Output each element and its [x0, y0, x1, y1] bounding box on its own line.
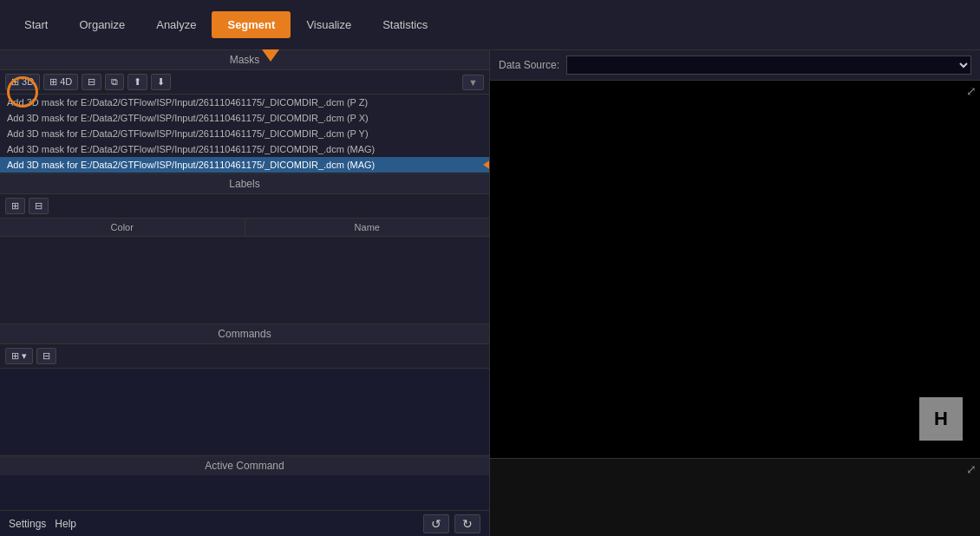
labels-toolbar: ⊞ ⊟ [0, 194, 489, 219]
main-viewer: ⤢ H [490, 81, 980, 458]
add-4d-mask-button[interactable]: ⊞ 4D [43, 74, 78, 90]
undo-redo-area: ↺ ↻ [423, 514, 480, 533]
help-menu[interactable]: Help [55, 518, 76, 530]
expand-bottom-viewer-button[interactable]: ⤢ [966, 462, 977, 476]
datasource-select[interactable] [566, 56, 971, 75]
nav-organize[interactable]: Organize [63, 11, 140, 38]
settings-menu[interactable]: Settings [9, 518, 46, 530]
redo-button[interactable]: ↻ [454, 514, 480, 533]
main-container: Masks ⊞ 3D ⊞ 4D ⊟ ⧉ ⬆ ⬇ ▼ Add 3D mask fo… [0, 50, 980, 536]
labels-section-header: Labels [0, 174, 489, 194]
mask-list: Add 3D mask for E:/Data2/GTFlow/ISP/Inpu… [0, 95, 489, 173]
nav-segment[interactable]: Segment [212, 11, 291, 38]
mask-item[interactable]: Add 3D mask for E:/Data2/GTFlow/ISP/Inpu… [0, 95, 489, 110]
download-mask-button[interactable]: ⬇ [151, 74, 171, 90]
nav-statistics[interactable]: Statistics [367, 11, 443, 38]
active-command-content [0, 475, 489, 510]
color-column-header: Color [0, 219, 245, 236]
active-command-header: Active Command [0, 456, 489, 475]
masks-toolbar: ⊞ 3D ⊞ 4D ⊟ ⧉ ⬆ ⬇ ▼ [0, 70, 489, 95]
mask-item-selected[interactable]: Add 3D mask for E:/Data2/GTFlow/ISP/Inpu… [0, 157, 489, 173]
remove-command-button[interactable]: ⊟ [36, 348, 56, 364]
mask-item[interactable]: Add 3D mask for E:/Data2/GTFlow/ISP/Inpu… [0, 126, 489, 141]
nav-start[interactable]: Start [9, 11, 63, 38]
mask-item[interactable]: Add 3D mask for E:/Data2/GTFlow/ISP/Inpu… [0, 110, 489, 126]
labels-table-header: Color Name [0, 219, 489, 237]
right-panel: Data Source: ⤢ H ⤢ [490, 50, 980, 536]
bottom-bar: Settings Help ↺ ↻ [0, 510, 489, 536]
labels-content-area [0, 237, 489, 324]
name-column-header: Name [245, 219, 490, 236]
h-badge: H [919, 397, 963, 441]
remove-label-button[interactable]: ⊟ [29, 198, 49, 214]
selected-row-arrow [483, 158, 489, 172]
copy-mask-button[interactable]: ⧉ [105, 74, 124, 90]
top-navigation: Start Organize Analyze Segment Visualize… [0, 0, 980, 50]
mask-item[interactable]: Add 3D mask for E:/Data2/GTFlow/ISP/Inpu… [0, 141, 489, 157]
nav-analyze[interactable]: Analyze [140, 11, 212, 38]
left-panel: Masks ⊞ 3D ⊞ 4D ⊟ ⧉ ⬆ ⬇ ▼ Add 3D mask fo… [0, 50, 490, 536]
nav-visualize[interactable]: Visualize [291, 11, 367, 38]
commands-section: Commands ⊞ ▾ ⊟ [0, 324, 489, 455]
add-3d-mask-button[interactable]: ⊞ 3D [5, 74, 40, 90]
commands-toolbar: ⊞ ▾ ⊟ [0, 344, 489, 369]
active-command-section: Active Command [0, 455, 489, 510]
masks-section-header: Masks [0, 50, 489, 70]
add-command-button[interactable]: ⊞ ▾ [5, 348, 33, 364]
add-label-button[interactable]: ⊞ [5, 198, 25, 214]
datasource-label: Data Source: [499, 59, 559, 71]
commands-section-header: Commands [0, 324, 489, 344]
labels-section: Labels ⊞ ⊟ Color Name [0, 173, 489, 324]
filter-button[interactable]: ▼ [462, 75, 484, 90]
commands-content-area [0, 369, 489, 455]
mask-item-selected-text: Add 3D mask for E:/Data2/GTFlow/ISP/Inpu… [7, 160, 375, 170]
remove-mask-button[interactable]: ⊟ [82, 74, 101, 90]
expand-viewer-button[interactable]: ⤢ [966, 84, 977, 98]
datasource-bar: Data Source: [490, 50, 980, 81]
nav-arrow-indicator [262, 49, 279, 62]
undo-button[interactable]: ↺ [423, 514, 449, 533]
bottom-viewer: ⤢ [490, 458, 980, 536]
upload-mask-button[interactable]: ⬆ [127, 74, 147, 90]
